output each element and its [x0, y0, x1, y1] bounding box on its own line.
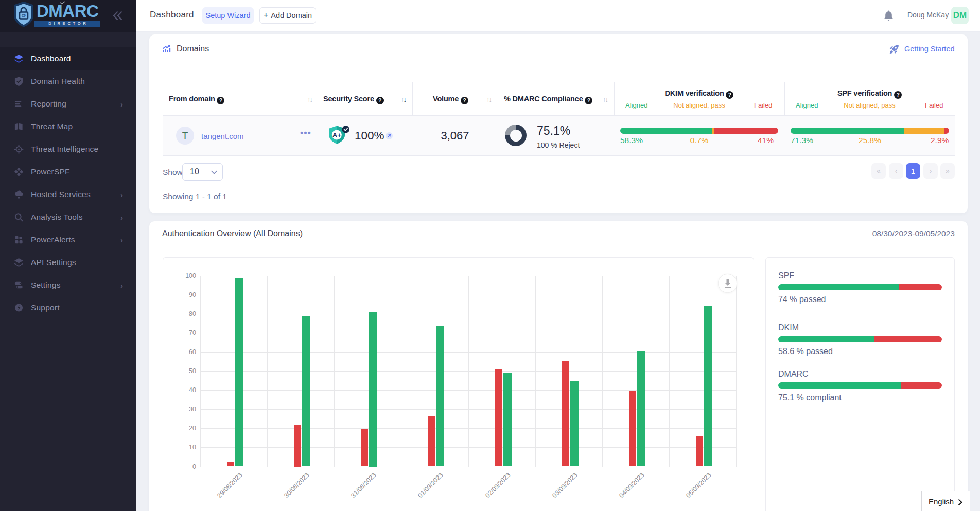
svg-text:@: @: [22, 13, 26, 18]
